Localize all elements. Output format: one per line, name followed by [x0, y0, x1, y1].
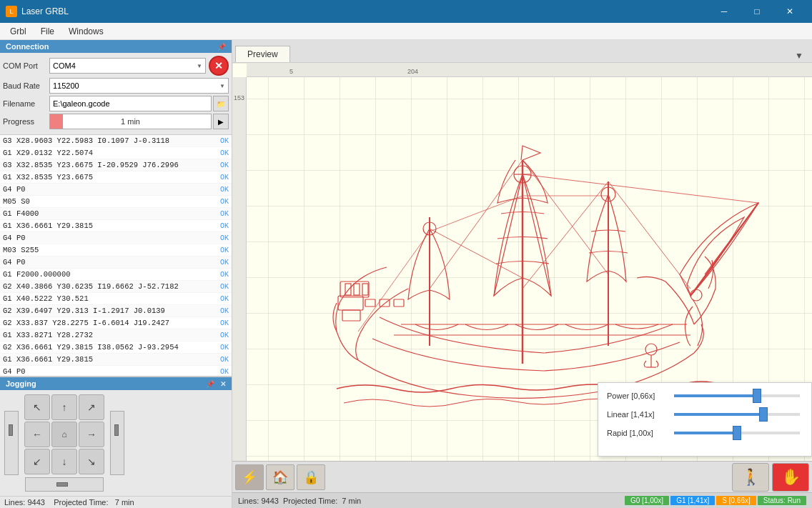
rapid-thumb[interactable]: [733, 426, 741, 440]
progress-fill: [50, 114, 63, 129]
gcode-status: OK: [220, 295, 229, 303]
gcode-status: OK: [220, 174, 229, 181]
menu-windows[interactable]: Windows: [61, 25, 111, 38]
table-row: G3 X32.8535 Y23.6675 I-20.9529 J76.2996 …: [0, 159, 232, 171]
tab-preview[interactable]: Preview: [235, 46, 290, 62]
g1-chip: G1 [1,41x]: [670, 496, 715, 505]
projected-time-label: Projected Time:: [54, 498, 108, 507]
table-row: G1 X33.8271 Y28.2732 OK: [0, 329, 232, 342]
table-row: G4 P0 OK: [0, 257, 232, 269]
table-row: G1 X32.8535 Y23.6675 OK: [0, 171, 232, 184]
file-browse-button[interactable]: 📁: [213, 96, 229, 111]
jog-home-button[interactable]: ⌂: [51, 422, 77, 447]
jog-slider-horizontal[interactable]: [25, 477, 104, 492]
menu-file[interactable]: File: [34, 25, 61, 38]
progress-bar: 1 min: [49, 114, 212, 129]
jogging-close-icon[interactable]: ✕: [220, 380, 226, 388]
lines-count: Lines: 9443: [4, 498, 45, 507]
baud-rate-value: 115200: [53, 81, 79, 90]
disconnect-button[interactable]: ✕: [209, 56, 229, 76]
svg-rect-4: [354, 284, 360, 295]
gcode-status: OK: [220, 283, 229, 291]
jog-up-right-button[interactable]: ↗: [79, 394, 104, 420]
com-port-value: COM4: [53, 61, 76, 70]
jog-right-button[interactable]: →: [79, 422, 104, 447]
gcode-status: OK: [220, 307, 229, 315]
jogging-pin-icon[interactable]: 📌: [206, 380, 214, 388]
preview-tabs: Preview ▼: [232, 40, 812, 63]
jog-left-button[interactable]: ←: [24, 422, 50, 447]
gcode-list[interactable]: G3 X28.9603 Y22.5983 I0.1097 J-0.3118 OK…: [0, 135, 232, 377]
jog-up-left-button[interactable]: ↖: [24, 394, 50, 420]
table-row: G1 X36.6661 Y29.3815 OK: [0, 354, 232, 366]
gcode-status: OK: [220, 149, 229, 157]
svg-rect-21: [365, 299, 375, 307]
rapid-slider[interactable]: [674, 432, 800, 434]
pin-icon[interactable]: 📌: [217, 43, 226, 51]
chevron-down-icon-baud: ▼: [219, 83, 225, 89]
com-port-dropdown[interactable]: COM4 ▼: [49, 58, 206, 74]
gcode-status: OK: [220, 222, 229, 230]
gcode-text: G4 P0: [3, 234, 217, 242]
chevron-down-icon: ▼: [197, 63, 202, 69]
s-chip: S [0,66x]: [716, 496, 756, 505]
gcode-text: G1 F4000: [3, 209, 217, 218]
gcode-status: OK: [220, 368, 229, 376]
app-icon: L: [6, 6, 17, 17]
filename-input[interactable]: [49, 96, 212, 111]
gcode-text: G1 X29.0132 Y22.5074: [3, 149, 217, 157]
connection-area: COM Port COM4 ▼ ✕ Baud Rate 115200 ▼ Fil…: [0, 53, 232, 135]
menu-grbl[interactable]: Grbl: [3, 25, 34, 38]
jogging-controls: ↖ ↑ ↗ ← ⌂ → ↙ ↓ ↘: [0, 390, 232, 496]
power-label: Power [0,66x]: [607, 392, 671, 400]
jog-down-left-button[interactable]: ↙: [24, 449, 50, 474]
gcode-status: OK: [220, 137, 229, 145]
close-button[interactable]: ✕: [773, 0, 806, 23]
jog-slider-vertical[interactable]: [4, 411, 19, 475]
gcode-status: OK: [220, 319, 229, 327]
svg-line-17: [430, 229, 523, 278]
table-row: M05 S0 OK: [0, 196, 232, 208]
jog-down-button[interactable]: ↓: [51, 449, 77, 474]
right-panel: Preview ▼ 5 204 153 2: [232, 40, 812, 508]
projected-label-bottom: Projected Time:: [283, 497, 337, 505]
linear-thumb[interactable]: [759, 407, 768, 422]
svg-rect-23: [394, 299, 404, 307]
power-slider[interactable]: [674, 394, 800, 397]
rapid-row: Rapid [1,00x]: [607, 429, 803, 437]
svg-point-27: [690, 289, 702, 301]
lightning-button[interactable]: ⚡: [235, 464, 264, 490]
gcode-text: G2 X39.6497 Y29.313 I-1.2917 J0.0139: [3, 307, 217, 315]
filename-row: Filename 📁: [3, 96, 229, 111]
svg-rect-5: [362, 284, 368, 295]
jog-slider-vertical-right[interactable]: [110, 411, 124, 475]
table-row: G1 X36.6661 Y29.3815 OK: [0, 220, 232, 232]
svg-rect-3: [345, 284, 351, 295]
app-status-bar: Lines: 9443 Projected Time: 7 min G0 [1,…: [232, 492, 812, 508]
jog-down-right-button[interactable]: ↘: [79, 449, 104, 474]
gcode-status: OK: [220, 210, 229, 218]
lock-button[interactable]: 🔒: [297, 464, 325, 490]
progress-label: Progress: [3, 117, 49, 126]
baud-rate-dropdown[interactable]: 115200 ▼: [49, 78, 229, 94]
minimize-button[interactable]: ─: [708, 0, 741, 23]
maximize-button[interactable]: □: [741, 0, 773, 23]
walk-button[interactable]: 🚶: [732, 463, 769, 492]
table-row: G2 X36.6661 Y29.3815 I38.0562 J-93.2954 …: [0, 342, 232, 354]
power-thumb[interactable]: [753, 389, 761, 403]
stop-button[interactable]: ✋: [772, 463, 809, 492]
jog-direction-grid: ↖ ↑ ↗ ← ⌂ → ↙ ↓ ↘: [24, 394, 104, 474]
svg-line-16: [523, 181, 608, 289]
home-tool-button[interactable]: 🏠: [266, 464, 294, 490]
status-chips: G0 [1,00x] G1 [1,41x] S [0,66x] Status: …: [625, 496, 806, 505]
filename-label: Filename: [3, 99, 49, 108]
jog-up-button[interactable]: ↑: [51, 394, 77, 420]
com-port-row: COM Port COM4 ▼ ✕: [3, 56, 229, 76]
linear-slider[interactable]: [674, 413, 800, 416]
projected-value-bottom: 7 min: [342, 497, 361, 505]
tab-dropdown-button[interactable]: ▼: [789, 49, 809, 62]
com-port-label: COM Port: [3, 61, 49, 70]
jogging-area: Jogging 📌 ✕ ↖ ↑ ↗: [0, 377, 232, 496]
gcode-text: G4 P0: [3, 258, 217, 267]
play-button[interactable]: ▶: [213, 114, 229, 129]
